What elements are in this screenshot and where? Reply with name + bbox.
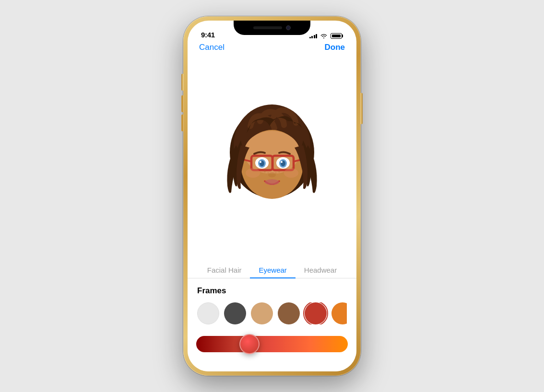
section-title: Frames (197, 286, 347, 296)
slider-thumb[interactable] (239, 334, 260, 354)
time-display: 9:41 (201, 31, 215, 39)
svg-point-20 (275, 173, 277, 174)
bottom-spacer (188, 362, 356, 371)
svg-point-23 (258, 185, 286, 196)
memoji-svg (217, 102, 327, 212)
nav-bar: Cancel Done (188, 42, 356, 57)
tab-headwear[interactable]: Headwear (296, 262, 345, 278)
category-tabs: Facial Hair Eyewear Headwear (188, 257, 356, 278)
swatch-red[interactable] (305, 302, 327, 324)
swatch-brown[interactable] (278, 302, 300, 324)
swatch-tan[interactable] (251, 302, 273, 324)
status-icons (309, 33, 343, 39)
avatar-area (188, 57, 356, 257)
phone-frame: 9:41 (183, 16, 361, 376)
svg-point-17 (268, 173, 276, 177)
svg-point-24 (246, 168, 260, 178)
content-area: Frames (188, 278, 356, 362)
front-camera (286, 25, 291, 30)
swatch-white[interactable] (197, 302, 219, 324)
svg-point-21 (278, 171, 280, 173)
svg-point-18 (264, 171, 266, 173)
signal-icon (309, 34, 318, 38)
memoji-avatar (217, 102, 327, 212)
tab-eyewear[interactable]: Eyewear (250, 262, 295, 278)
svg-point-12 (260, 161, 261, 163)
battery-icon (331, 33, 343, 39)
tab-facial-hair[interactable]: Facial Hair (199, 262, 250, 278)
color-slider[interactable] (196, 334, 348, 354)
slider-track (196, 336, 348, 352)
svg-point-19 (268, 173, 269, 174)
swatch-orange[interactable] (331, 302, 347, 324)
cancel-button[interactable]: Cancel (199, 43, 225, 52)
done-button[interactable]: Done (325, 43, 345, 52)
svg-point-22 (265, 179, 279, 185)
swatch-dark[interactable] (224, 302, 246, 324)
wifi-icon (320, 33, 328, 39)
svg-point-25 (284, 168, 298, 178)
notch (234, 21, 310, 35)
svg-point-16 (281, 161, 283, 163)
phone-screen: 9:41 (188, 21, 356, 371)
color-swatches (197, 302, 347, 324)
speaker (253, 26, 282, 29)
